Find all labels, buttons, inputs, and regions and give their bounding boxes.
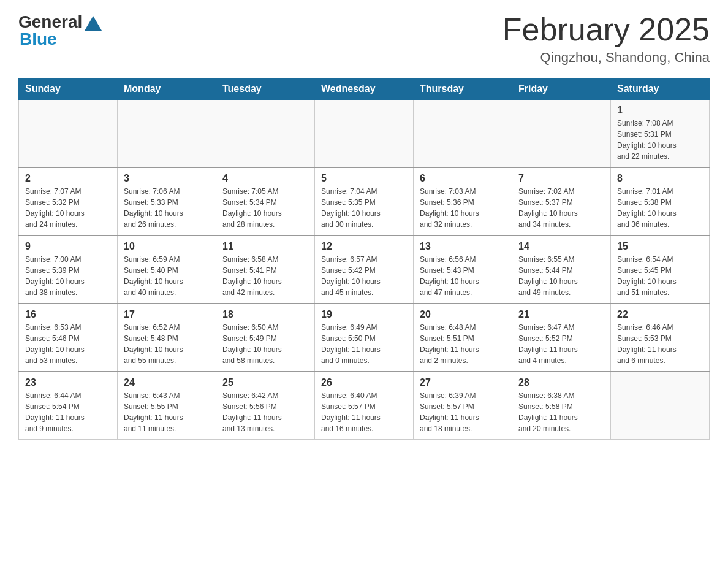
calendar-day-cell: 9Sunrise: 7:00 AM Sunset: 5:39 PM Daylig… [19,236,118,304]
day-number: 27 [420,377,506,388]
calendar-day-cell: 20Sunrise: 6:48 AM Sunset: 5:51 PM Dayli… [414,304,512,372]
calendar-day-cell: 24Sunrise: 6:43 AM Sunset: 5:55 PM Dayli… [118,372,216,440]
day-info: Sunrise: 7:04 AM Sunset: 5:35 PM Dayligh… [321,186,407,230]
day-number: 15 [617,241,703,252]
calendar-week-row: 16Sunrise: 6:53 AM Sunset: 5:46 PM Dayli… [19,304,710,372]
day-number: 25 [222,377,308,388]
day-info: Sunrise: 6:56 AM Sunset: 5:43 PM Dayligh… [420,254,506,298]
calendar-day-cell [216,100,315,168]
day-number: 21 [518,309,604,320]
calendar-title: February 2025 [502,12,710,47]
calendar-day-cell: 1Sunrise: 7:08 AM Sunset: 5:31 PM Daylig… [611,100,710,168]
calendar-day-cell: 7Sunrise: 7:02 AM Sunset: 5:37 PM Daylig… [512,167,611,236]
calendar-header: SundayMondayTuesdayWednesdayThursdayFrid… [19,79,710,100]
weekday-header: Monday [118,79,216,100]
page-header: General Blue February 2025 Qingzhou, Sha… [18,12,710,66]
calendar-week-row: 9Sunrise: 7:00 AM Sunset: 5:39 PM Daylig… [19,236,710,304]
day-number: 20 [420,309,506,320]
calendar-day-cell: 23Sunrise: 6:44 AM Sunset: 5:54 PM Dayli… [19,372,118,440]
day-number: 2 [25,173,111,184]
calendar-day-cell: 19Sunrise: 6:49 AM Sunset: 5:50 PM Dayli… [315,304,414,372]
calendar-day-cell [118,100,216,168]
day-info: Sunrise: 7:08 AM Sunset: 5:31 PM Dayligh… [617,118,703,162]
day-number: 10 [124,241,210,252]
day-info: Sunrise: 7:03 AM Sunset: 5:36 PM Dayligh… [420,186,506,230]
day-info: Sunrise: 6:59 AM Sunset: 5:40 PM Dayligh… [124,254,210,298]
day-number: 9 [25,241,111,252]
calendar-day-cell: 26Sunrise: 6:40 AM Sunset: 5:57 PM Dayli… [315,372,414,440]
day-info: Sunrise: 6:55 AM Sunset: 5:44 PM Dayligh… [518,254,604,298]
day-info: Sunrise: 6:43 AM Sunset: 5:55 PM Dayligh… [124,390,210,434]
day-info: Sunrise: 6:47 AM Sunset: 5:52 PM Dayligh… [518,322,604,366]
calendar-day-cell: 22Sunrise: 6:46 AM Sunset: 5:53 PM Dayli… [611,304,710,372]
calendar-day-cell: 16Sunrise: 6:53 AM Sunset: 5:46 PM Dayli… [19,304,118,372]
weekday-header: Saturday [611,79,710,100]
day-number: 23 [25,377,111,388]
calendar-day-cell [19,100,118,168]
day-info: Sunrise: 7:02 AM Sunset: 5:37 PM Dayligh… [518,186,604,230]
day-number: 24 [124,377,210,388]
day-number: 28 [518,377,604,388]
day-info: Sunrise: 6:54 AM Sunset: 5:45 PM Dayligh… [617,254,703,298]
calendar-subtitle: Qingzhou, Shandong, China [502,50,710,66]
calendar-day-cell: 12Sunrise: 6:57 AM Sunset: 5:42 PM Dayli… [315,236,414,304]
day-info: Sunrise: 6:58 AM Sunset: 5:41 PM Dayligh… [222,254,308,298]
calendar-day-cell [414,100,512,168]
logo: General Blue [18,12,102,49]
logo-triangle-icon [85,16,102,31]
calendar-week-row: 1Sunrise: 7:08 AM Sunset: 5:31 PM Daylig… [19,100,710,168]
calendar-day-cell: 6Sunrise: 7:03 AM Sunset: 5:36 PM Daylig… [414,167,512,236]
weekday-header: Friday [512,79,611,100]
day-info: Sunrise: 6:53 AM Sunset: 5:46 PM Dayligh… [25,322,111,366]
calendar-day-cell: 3Sunrise: 7:06 AM Sunset: 5:33 PM Daylig… [118,167,216,236]
calendar-week-row: 23Sunrise: 6:44 AM Sunset: 5:54 PM Dayli… [19,372,710,440]
calendar-day-cell: 25Sunrise: 6:42 AM Sunset: 5:56 PM Dayli… [216,372,315,440]
weekday-header: Tuesday [216,79,315,100]
day-number: 16 [25,309,111,320]
calendar-body: 1Sunrise: 7:08 AM Sunset: 5:31 PM Daylig… [19,100,710,440]
calendar-day-cell [611,372,710,440]
calendar-day-cell: 13Sunrise: 6:56 AM Sunset: 5:43 PM Dayli… [414,236,512,304]
weekday-header: Thursday [414,79,512,100]
day-info: Sunrise: 7:05 AM Sunset: 5:34 PM Dayligh… [222,186,308,230]
calendar-day-cell: 28Sunrise: 6:38 AM Sunset: 5:58 PM Dayli… [512,372,611,440]
day-number: 18 [222,309,308,320]
calendar-day-cell [315,100,414,168]
day-info: Sunrise: 7:07 AM Sunset: 5:32 PM Dayligh… [25,186,111,230]
day-number: 22 [617,309,703,320]
weekday-header: Wednesday [315,79,414,100]
day-info: Sunrise: 6:44 AM Sunset: 5:54 PM Dayligh… [25,390,111,434]
calendar-day-cell: 4Sunrise: 7:05 AM Sunset: 5:34 PM Daylig… [216,167,315,236]
day-number: 4 [222,173,308,184]
day-number: 17 [124,309,210,320]
day-info: Sunrise: 6:49 AM Sunset: 5:50 PM Dayligh… [321,322,407,366]
day-info: Sunrise: 6:40 AM Sunset: 5:57 PM Dayligh… [321,390,407,434]
day-number: 11 [222,241,308,252]
day-info: Sunrise: 7:01 AM Sunset: 5:38 PM Dayligh… [617,186,703,230]
calendar-day-cell: 15Sunrise: 6:54 AM Sunset: 5:45 PM Dayli… [611,236,710,304]
day-info: Sunrise: 6:46 AM Sunset: 5:53 PM Dayligh… [617,322,703,366]
calendar-day-cell: 18Sunrise: 6:50 AM Sunset: 5:49 PM Dayli… [216,304,315,372]
day-info: Sunrise: 6:50 AM Sunset: 5:49 PM Dayligh… [222,322,308,366]
day-info: Sunrise: 6:38 AM Sunset: 5:58 PM Dayligh… [518,390,604,434]
weekday-header: Sunday [19,79,118,100]
day-info: Sunrise: 6:57 AM Sunset: 5:42 PM Dayligh… [321,254,407,298]
calendar-day-cell [512,100,611,168]
day-info: Sunrise: 6:52 AM Sunset: 5:48 PM Dayligh… [124,322,210,366]
day-number: 26 [321,377,407,388]
day-info: Sunrise: 6:39 AM Sunset: 5:57 PM Dayligh… [420,390,506,434]
day-info: Sunrise: 6:48 AM Sunset: 5:51 PM Dayligh… [420,322,506,366]
day-number: 8 [617,173,703,184]
calendar-day-cell: 5Sunrise: 7:04 AM Sunset: 5:35 PM Daylig… [315,167,414,236]
calendar-day-cell: 27Sunrise: 6:39 AM Sunset: 5:57 PM Dayli… [414,372,512,440]
calendar-week-row: 2Sunrise: 7:07 AM Sunset: 5:32 PM Daylig… [19,167,710,236]
calendar-day-cell: 21Sunrise: 6:47 AM Sunset: 5:52 PM Dayli… [512,304,611,372]
day-number: 5 [321,173,407,184]
calendar-day-cell: 17Sunrise: 6:52 AM Sunset: 5:48 PM Dayli… [118,304,216,372]
day-number: 6 [420,173,506,184]
day-number: 13 [420,241,506,252]
day-info: Sunrise: 7:06 AM Sunset: 5:33 PM Dayligh… [124,186,210,230]
calendar-day-cell: 11Sunrise: 6:58 AM Sunset: 5:41 PM Dayli… [216,236,315,304]
day-number: 3 [124,173,210,184]
calendar-day-cell: 8Sunrise: 7:01 AM Sunset: 5:38 PM Daylig… [611,167,710,236]
